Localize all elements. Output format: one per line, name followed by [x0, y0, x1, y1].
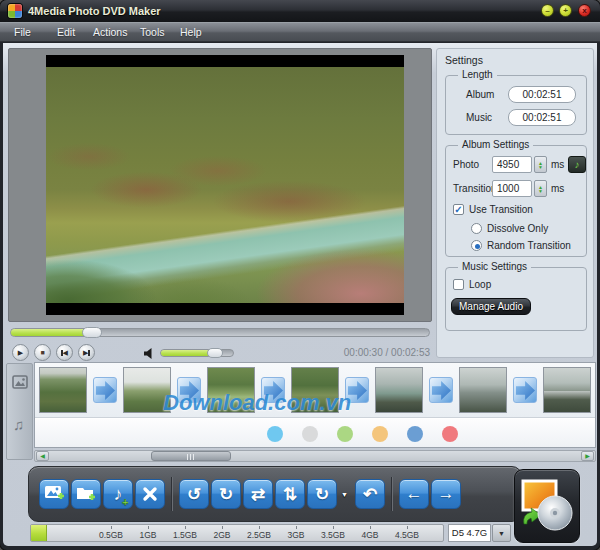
loop-checkbox[interactable]: [453, 279, 464, 290]
transition-arrow-icon[interactable]: [93, 377, 117, 403]
stop-icon: ■: [40, 349, 44, 356]
video-frame: [46, 55, 404, 315]
menu-edit[interactable]: Edit: [53, 23, 79, 42]
use-transition-label: Use Transition: [469, 204, 533, 215]
time-display: 00:00:30 / 00:02:53: [333, 347, 430, 358]
add-photos-button[interactable]: [39, 479, 69, 509]
transition-duration-label: Transition: [453, 183, 497, 194]
transition-arrow-icon[interactable]: [429, 377, 453, 403]
music-dot[interactable]: [372, 426, 388, 442]
scroll-left-button[interactable]: ◀: [36, 451, 49, 461]
rotate-right-icon: ↻: [219, 484, 233, 505]
timeline-thumbnail[interactable]: [543, 367, 591, 413]
timeline-thumbnail[interactable]: [375, 367, 423, 413]
make-dvd-icon: [520, 478, 574, 534]
menu-actions[interactable]: Actions: [89, 23, 131, 42]
album-label: Album: [466, 89, 494, 100]
rotate-left-icon: ↺: [187, 484, 201, 505]
undo-button[interactable]: ↶: [355, 479, 385, 509]
music-dot[interactable]: [407, 426, 423, 442]
add-folder-button[interactable]: [71, 479, 101, 509]
swap-horizontal-button[interactable]: ⇄: [243, 479, 273, 509]
swap-vertical-button[interactable]: ⇅: [275, 479, 305, 509]
volume-slider[interactable]: [160, 349, 234, 357]
settings-panel: Settings Length Album 00:02:51 Music 00:…: [436, 48, 594, 358]
arrow-right-icon: →: [438, 484, 455, 504]
scrollbar-thumb[interactable]: [151, 451, 231, 461]
move-previous-button[interactable]: ←: [399, 479, 429, 509]
transition-duration-spinner[interactable]: ▲▼: [534, 180, 547, 197]
music-track-icon[interactable]: ♫: [13, 416, 24, 433]
disc-capacity-bar: 0.5GB 1GB 1.5GB 2GB 2.5GB 3GB 3.5GB 4GB …: [30, 524, 444, 542]
album-settings-legend: Album Settings: [458, 139, 533, 150]
transition-arrow-icon[interactable]: [513, 377, 537, 403]
stop-button[interactable]: ■: [34, 344, 51, 361]
photo-duration-input[interactable]: 4950: [492, 156, 532, 173]
bottom-toolbar: ♪+ ↺ ↻ ⇄ ⇅ ↻ ▼ ↶ ← →: [28, 466, 522, 522]
add-folder-icon: [76, 485, 96, 503]
music-dot[interactable]: [302, 426, 318, 442]
arrow-left-icon: ←: [406, 484, 423, 504]
delete-icon: [142, 486, 158, 502]
app-logo-icon: [8, 4, 22, 18]
maximize-button[interactable]: +: [559, 4, 572, 17]
photo-track-icon[interactable]: [12, 375, 28, 393]
apply-transition-button[interactable]: ↻: [307, 479, 337, 509]
music-dot[interactable]: [267, 426, 283, 442]
menu-bar: File Edit Actions Tools Help: [0, 22, 600, 42]
previous-button[interactable]: ◀: [56, 344, 73, 361]
transition-dropdown-arrow[interactable]: ▼: [341, 491, 348, 498]
music-settings-group: Music Settings Loop Manage Audio: [445, 267, 587, 331]
swap-vertical-icon: ⇅: [283, 484, 297, 505]
dissolve-only-label: Dissolve Only: [487, 223, 548, 234]
menu-tools[interactable]: Tools: [136, 23, 169, 42]
next-button[interactable]: ▶: [78, 344, 95, 361]
client-area: ▶ ■ ◀ ▶ 00:00:30 / 00:02:53 Settings Len…: [3, 43, 597, 546]
photo-duration-spinner[interactable]: ▲▼: [534, 156, 547, 173]
album-settings-group: Album Settings Photo 4950 ▲▼ ms ♪ Transi…: [445, 145, 587, 257]
disc-type-value: D5 4.7G: [448, 524, 491, 542]
music-track-row: [35, 419, 596, 448]
manage-audio-button[interactable]: Manage Audio: [451, 298, 531, 315]
timeline-thumbnail[interactable]: [39, 367, 87, 413]
length-group: Length Album 00:02:51 Music 00:02:51: [445, 75, 587, 135]
close-button[interactable]: x: [578, 4, 591, 17]
move-next-button[interactable]: →: [431, 479, 461, 509]
transition-duration-input[interactable]: 1000: [492, 180, 532, 197]
menu-file[interactable]: File: [10, 23, 35, 42]
timeline-scrollbar[interactable]: ◀ ▶: [34, 450, 596, 462]
settings-title: Settings: [445, 54, 483, 66]
seek-knob[interactable]: [82, 327, 102, 338]
use-transition-checkbox[interactable]: ✓: [453, 204, 464, 215]
app-window: 4Media Photo DVD Maker – + x File Edit A…: [0, 0, 600, 550]
music-dot[interactable]: [442, 426, 458, 442]
photo-music-button[interactable]: ♪: [568, 156, 586, 173]
previous-icon: ◀: [63, 349, 68, 357]
timeline-thumbnail[interactable]: [459, 367, 507, 413]
undo-icon: ↶: [363, 484, 377, 505]
music-length-field: 00:02:51: [508, 109, 576, 126]
photo-duration-unit: ms: [551, 159, 564, 170]
seek-bar[interactable]: [10, 328, 430, 337]
window-title: 4Media Photo DVD Maker: [28, 0, 161, 22]
seek-fill: [11, 329, 86, 336]
make-dvd-button[interactable]: [514, 469, 580, 543]
rotate-right-button[interactable]: ↻: [211, 479, 241, 509]
delete-button[interactable]: [135, 479, 165, 509]
add-music-button[interactable]: ♪+: [103, 479, 133, 509]
add-music-icon: ♪+: [114, 484, 123, 505]
title-bar[interactable]: 4Media Photo DVD Maker – + x: [0, 0, 600, 22]
random-transition-radio[interactable]: [471, 240, 482, 251]
scroll-right-button[interactable]: ▶: [581, 451, 594, 461]
dissolve-only-radio[interactable]: [471, 223, 482, 234]
preview-photo: [46, 67, 404, 303]
play-button[interactable]: ▶: [12, 344, 29, 361]
minimize-button[interactable]: –: [541, 4, 554, 17]
volume-knob[interactable]: [207, 348, 223, 358]
disc-type-dropdown-button[interactable]: ▼: [492, 524, 511, 542]
music-dot[interactable]: [337, 426, 353, 442]
music-settings-legend: Music Settings: [458, 261, 531, 272]
random-transition-label: Random Transition: [487, 240, 571, 251]
rotate-left-button[interactable]: ↺: [179, 479, 209, 509]
menu-help[interactable]: Help: [176, 23, 206, 42]
